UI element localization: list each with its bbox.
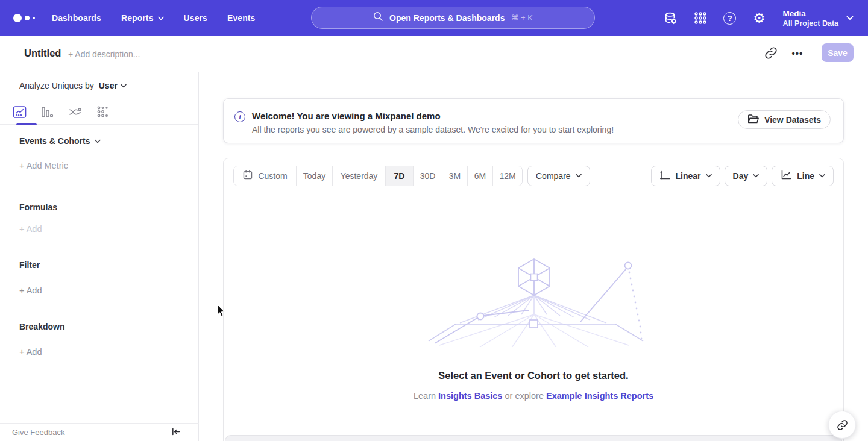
chart-type-dropdown[interactable]: Line [772, 166, 834, 186]
chevron-down-icon [95, 139, 101, 143]
report-title[interactable]: Untitled [24, 48, 61, 59]
share-link-floating-button[interactable] [828, 411, 856, 439]
insights-chart-card: Custom Today Yesterday 7D 30D 3M 6M 12M … [223, 158, 844, 441]
example-reports-link[interactable]: Example Insights Reports [546, 391, 653, 401]
tab-insights-chart-icon[interactable] [5, 105, 33, 119]
settings-gear-icon[interactable]: ⚙ [752, 11, 767, 25]
interval-dropdown[interactable]: Day [725, 166, 768, 186]
linear-axis-icon [659, 170, 671, 182]
project-selector-text: Media All Project Data [783, 9, 838, 28]
compare-dropdown[interactable]: Compare [527, 166, 590, 186]
events-cohorts-label: Events & Cohorts [19, 136, 90, 146]
date-range-segmented-control: Custom Today Yesterday 7D 30D 3M 6M 12M [233, 166, 523, 186]
breakdown-section-title: Breakdown [19, 322, 64, 331]
interval-label: Day [733, 171, 749, 181]
gear-glyph: ⚙ [753, 11, 766, 25]
tab-bar-chart-icon[interactable] [33, 105, 61, 119]
chevron-down-icon [158, 16, 164, 20]
add-formula-button[interactable]: + Add [19, 224, 42, 234]
help-question-glyph: ? [723, 12, 736, 25]
range-custom-label: Custom [258, 171, 287, 181]
welcome-title: Welcome! You are viewing a Mixpanel demo [252, 111, 441, 121]
scale-label: Linear [676, 171, 701, 181]
mixpanel-insights-page: Dashboards Reports Users Events Open Rep… [0, 0, 868, 441]
range-12m[interactable]: 12M [493, 166, 522, 186]
nav-item-reports[interactable]: Reports [121, 13, 164, 23]
insights-basics-link[interactable]: Insights Basics [438, 391, 502, 401]
view-datasets-button[interactable]: View Datasets [738, 110, 831, 129]
range-30d[interactable]: 30D [414, 166, 442, 186]
report-header-bar: Untitled + Add description... ••• [0, 36, 868, 72]
copy-link-icon[interactable] [764, 46, 779, 61]
report-type-tabs [0, 99, 198, 125]
chart-controls-row: Custom Today Yesterday 7D 30D 3M 6M 12M … [224, 158, 843, 193]
chevron-down-icon [819, 174, 825, 178]
breakdown-table-peek [225, 435, 842, 441]
empty-state-title: Select an Event or Cohort to get started… [224, 370, 843, 381]
filter-section-title: Filter [19, 260, 40, 270]
compare-label: Compare [536, 171, 571, 181]
empty-state-links: Learn Insights Basics or explore Example… [224, 391, 843, 401]
search-placeholder: Open Reports & Dashboards [389, 13, 505, 23]
view-datasets-label: View Datasets [764, 115, 821, 125]
folder-icon [747, 114, 759, 126]
more-options-icon[interactable]: ••• [790, 45, 805, 63]
add-description-field[interactable]: + Add description... [68, 49, 140, 59]
nav-item-users-label: Users [184, 13, 207, 23]
learn-prefix: Learn [414, 391, 438, 401]
range-yesterday[interactable]: Yesterday [333, 166, 386, 186]
line-chart-icon [780, 169, 792, 182]
range-6m[interactable]: 6M [468, 166, 493, 186]
info-icon: i [234, 111, 245, 122]
main-content: i Welcome! You are viewing a Mixpanel de… [199, 72, 868, 441]
chart-type-label: Line [797, 171, 814, 181]
chevron-down-icon [576, 174, 582, 178]
nav-item-events-label: Events [227, 13, 256, 23]
empty-state-illustration [423, 257, 646, 347]
tab-flow-icon[interactable] [61, 105, 89, 119]
save-button[interactable]: Save [822, 43, 854, 62]
add-metric-button[interactable]: + Add Metric [19, 161, 68, 170]
help-icon[interactable]: ? [723, 11, 737, 25]
give-feedback-link[interactable]: Give Feedback [12, 428, 64, 437]
add-breakdown-button[interactable]: + Add [19, 347, 42, 357]
events-cohorts-section-title[interactable]: Events & Cohorts [19, 136, 101, 146]
analyze-label: Analyze Uniques by [19, 81, 94, 90]
range-3m[interactable]: 3M [442, 166, 468, 186]
chart-display-controls: Linear Day Line [651, 166, 834, 186]
global-search-button[interactable]: Open Reports & Dashboards ⌘ + K [311, 7, 595, 29]
project-selector[interactable]: Media All Project Data [783, 9, 854, 28]
mixpanel-logo-icon[interactable] [13, 14, 35, 22]
welcome-banner: i Welcome! You are viewing a Mixpanel de… [223, 98, 844, 143]
welcome-subtitle: All the reports you see are powered by a… [252, 125, 614, 134]
range-today[interactable]: Today [297, 166, 333, 186]
nav-item-reports-label: Reports [121, 13, 154, 23]
active-tab-indicator [16, 123, 37, 125]
chevron-down-icon [706, 174, 712, 178]
nav-item-users[interactable]: Users [184, 13, 207, 23]
sidebar-footer-divider [0, 423, 199, 424]
nav-item-dashboards[interactable]: Dashboards [52, 13, 101, 23]
analyze-uniques-row[interactable]: Analyze Uniques by User [0, 72, 198, 99]
project-name: Media [783, 9, 838, 18]
chevron-down-icon [121, 84, 127, 88]
formulas-section-title: Formulas [19, 202, 57, 212]
apps-grid-icon[interactable] [693, 11, 708, 25]
scale-dropdown[interactable]: Linear [651, 166, 720, 186]
or-explore-text: or explore [502, 391, 546, 401]
add-filter-button[interactable]: + Add [19, 286, 42, 295]
search-shortcut: ⌘ + K [511, 13, 533, 22]
analyze-value: User [99, 81, 118, 90]
collapse-sidebar-icon[interactable] [171, 427, 183, 439]
nav-item-dashboards-label: Dashboards [52, 13, 101, 23]
chevron-down-icon [846, 16, 854, 20]
tab-retention-grid-icon[interactable] [89, 105, 116, 118]
nav-item-events[interactable]: Events [227, 13, 256, 23]
data-management-icon[interactable] [664, 11, 678, 25]
nav-items: Dashboards Reports Users Events [52, 13, 255, 23]
calendar-icon [242, 169, 253, 182]
range-custom[interactable]: Custom [234, 166, 297, 186]
range-7d[interactable]: 7D [386, 166, 414, 186]
query-builder-sidebar: Analyze Uniques by User [0, 72, 199, 441]
top-nav-bar: Dashboards Reports Users Events Open Rep… [0, 0, 868, 36]
